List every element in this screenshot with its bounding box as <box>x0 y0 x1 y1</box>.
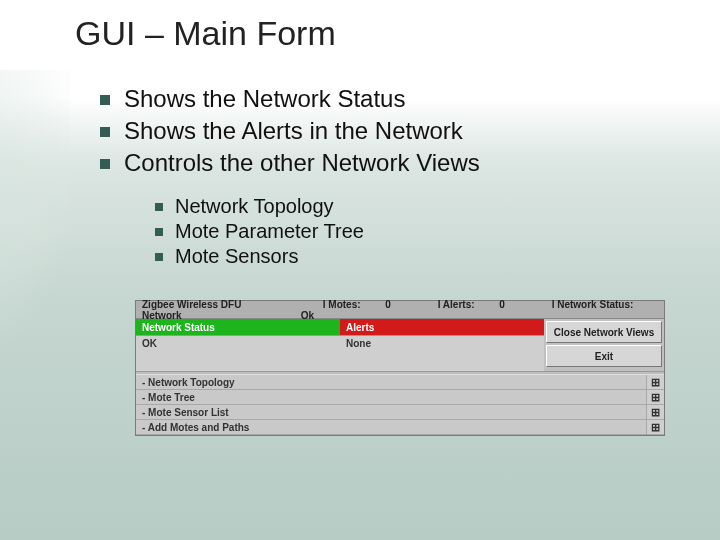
embedded-app-window: Zigbee Wireless DFU Network I Motes: 0 I… <box>135 300 665 436</box>
expand-icon[interactable]: ⊞ <box>646 390 664 404</box>
list-item: Network Topology <box>155 195 655 218</box>
alerts-body: None <box>340 335 544 371</box>
top-panels: Network Status OK Alerts None Close Netw… <box>136 319 664 371</box>
expand-icon[interactable]: ⊞ <box>646 405 664 419</box>
slide: GUI – Main Form Shows the Network Status… <box>0 0 720 540</box>
slide-title: GUI – Main Form <box>75 14 336 53</box>
button-column: Close Network Views Exit <box>544 319 664 371</box>
section-label: - Mote Tree <box>136 390 646 404</box>
list-item: Mote Sensors <box>155 245 655 268</box>
section-label: - Mote Sensor List <box>136 405 646 419</box>
bullet-text: Controls the other Network Views <box>124 149 480 177</box>
bullet-list-level1: Shows the Network Status Shows the Alert… <box>100 85 660 181</box>
bullet-text: Mote Parameter Tree <box>175 220 364 243</box>
bullet-icon <box>155 253 163 261</box>
section-row-mote-sensor-list[interactable]: - Mote Sensor List ⊞ <box>136 405 664 420</box>
bullet-text: Shows the Network Status <box>124 85 405 113</box>
alerts-panel: Alerts None <box>340 319 544 371</box>
decorative-arc <box>0 70 70 540</box>
section-row-add-motes-paths[interactable]: - Add Motes and Paths ⊞ <box>136 420 664 435</box>
section-label: - Network Topology <box>136 375 646 389</box>
section-row-network-topology[interactable]: - Network Topology ⊞ <box>136 375 664 390</box>
bullet-icon <box>100 95 110 105</box>
bullet-text: Mote Sensors <box>175 245 298 268</box>
list-item: Mote Parameter Tree <box>155 220 655 243</box>
bullet-icon <box>155 228 163 236</box>
section-label: - Add Motes and Paths <box>136 420 646 434</box>
bullet-icon <box>100 127 110 137</box>
close-network-views-button[interactable]: Close Network Views <box>546 321 662 343</box>
expand-icon[interactable]: ⊞ <box>646 375 664 389</box>
titlebar-stats: I Motes: 0 I Alerts: 0 I Network Status:… <box>279 299 658 321</box>
expand-icon[interactable]: ⊞ <box>646 420 664 434</box>
bullet-icon <box>100 159 110 169</box>
network-status-body: OK <box>136 335 340 371</box>
app-title: Zigbee Wireless DFU Network <box>142 299 279 321</box>
bullet-text: Network Topology <box>175 195 334 218</box>
list-item: Shows the Alerts in the Network <box>100 117 660 145</box>
list-item: Controls the other Network Views <box>100 149 660 177</box>
section-row-mote-tree[interactable]: - Mote Tree ⊞ <box>136 390 664 405</box>
exit-button[interactable]: Exit <box>546 345 662 367</box>
bullet-icon <box>155 203 163 211</box>
window-titlebar: Zigbee Wireless DFU Network I Motes: 0 I… <box>136 301 664 319</box>
network-status-panel: Network Status OK <box>136 319 340 371</box>
bullet-text: Shows the Alerts in the Network <box>124 117 463 145</box>
list-item: Shows the Network Status <box>100 85 660 113</box>
network-status-heading: Network Status <box>136 319 340 335</box>
stat-motes: I Motes: 0 <box>301 299 391 310</box>
stat-alerts: I Alerts: 0 <box>416 299 505 310</box>
bullet-list-level2: Network Topology Mote Parameter Tree Mot… <box>155 195 655 270</box>
alerts-heading: Alerts <box>340 319 544 335</box>
